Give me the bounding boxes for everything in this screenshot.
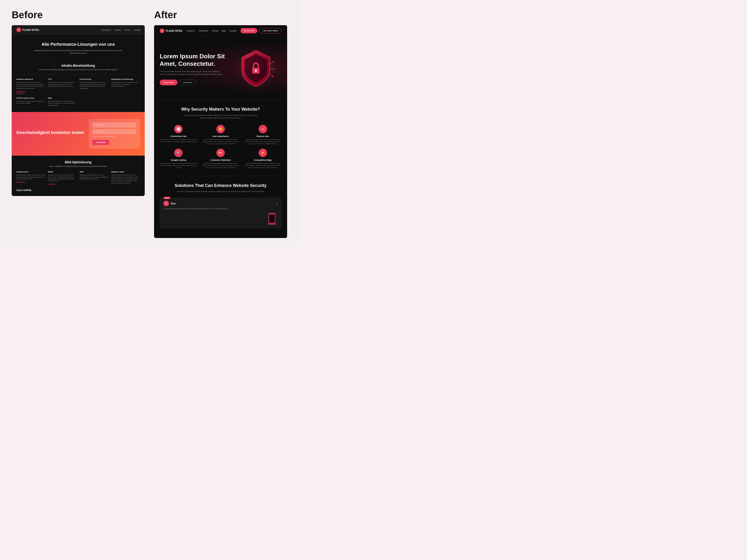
solutions-card: Spam 🛡 Dos ∧ By intercepting the network… xyxy=(160,197,282,229)
security-item-6: ⚡ Competitive Edge With AI-supported int… xyxy=(244,149,282,169)
dos-card-icon: 🛡 xyxy=(163,201,169,206)
spam-badge: Spam xyxy=(163,197,171,199)
svg-point-11 xyxy=(272,223,273,224)
before-grid-link2-1[interactable]: Live Testen xyxy=(16,92,45,94)
before-section2-sub: Starke, Intelligente und Effiziente Bild… xyxy=(16,165,140,167)
after-hero-desc: Lorem ipsum dolor sit amet, consectetur … xyxy=(160,70,225,76)
security-item-desc-2: With AI-supported intelligent security s… xyxy=(202,139,239,145)
security-item-3: ↩ Bounce rate With AI-supported intellig… xyxy=(244,125,282,145)
before-grid-item-1: Globales Netzwerk Das Netzwerks ist vert… xyxy=(16,78,45,94)
security-item-desc-1: By optimizing the loading of your websit… xyxy=(160,139,197,143)
spam-badge-container: Spam xyxy=(163,195,171,199)
after-content: ⚡ FLASH SITES Solutions Customers Pricin… xyxy=(154,25,287,238)
before-nav-links: Lösungen ▾ Kunden Preise Kontakt xyxy=(101,29,140,31)
after-hero-contact-button[interactable]: Contact us xyxy=(179,80,196,85)
after-hero-title: Lorem Ipsum Dolor Sit Amet, Consectetur. xyxy=(160,53,230,67)
solutions-card-left: 🛡 Dos xyxy=(163,201,176,206)
before-grid-desc-1: Das Netzwerks ist verteilt über die Welt… xyxy=(16,81,45,89)
before-logo-icon: ⚡ xyxy=(16,28,21,32)
before-s2-desc-2: Zusätzlich zur Komprimierung wird WebP-F… xyxy=(48,174,77,182)
google-ranking-icon: 🔍 xyxy=(174,149,183,157)
before-nav-item-1[interactable]: Lösungen ▾ xyxy=(101,29,111,31)
before-s2-desc-4: Passt das Laden der Bilder an, je nach N… xyxy=(111,174,140,184)
svg-rect-10 xyxy=(269,214,275,223)
after-logo-icon: ⚡ xyxy=(160,28,164,33)
after-hero-try-button[interactable]: Try for Free xyxy=(160,80,177,85)
before-section1-title: Inhalts-Bereitstellung xyxy=(16,64,140,68)
security-item-desc-4: By optimizing the loading of your websit… xyxy=(160,162,197,169)
after-nav-item-2[interactable]: Customers xyxy=(199,30,208,32)
before-grid-link1-1[interactable]: Mehr Erfahren xyxy=(16,90,45,92)
security-item-title-6: Competitive Edge xyxy=(244,159,282,161)
customer-retention-icon: 💝 xyxy=(216,149,225,157)
before-grid-title-3: Priorisierung xyxy=(80,78,108,80)
after-hero-shield xyxy=(230,46,282,92)
before-pink-section: Geschwindigkeit kostenlos testen Website… xyxy=(12,112,145,156)
before-grid-desc-6: Mit dem schnellsten und sichersten DNS-S… xyxy=(48,100,77,106)
after-logo: ⚡ FLASH SITES xyxy=(160,28,183,33)
after-hero-buttons: Try for Free Contact us xyxy=(160,80,230,85)
after-nav-under-attack-button[interactable]: I am under attack xyxy=(259,28,282,33)
after-nav-item-4[interactable]: Blog xyxy=(222,30,226,32)
before-nav-item-3[interactable]: Preise xyxy=(125,29,130,31)
before-section2-grid: Kompression Wir komprimieren Bilder auto… xyxy=(16,171,140,185)
security-item-desc-5: With AI-supported intelligent security s… xyxy=(202,162,239,169)
before-logo: ⚡ FLASH SITES xyxy=(16,28,39,32)
security-item-desc-3: With AI-supported intelligent security s… xyxy=(244,139,282,145)
before-form-submit[interactable]: ANFRAGEN xyxy=(93,140,109,145)
before-hero-title: Alle Performance-Lösungen von uns xyxy=(16,42,140,47)
before-grid-item-3: Priorisierung Mit der Priorisierung werd… xyxy=(80,78,108,94)
after-nav-item-3[interactable]: Pricing xyxy=(212,30,218,32)
before-label: Before xyxy=(12,9,145,21)
before-grid-item-4: Intelligentes Prefetching Lässt alle Res… xyxy=(111,78,140,94)
before-s2-title-4: Mobiles Laden xyxy=(111,171,140,173)
before-grid-item-5: HTTP/2 Server Push Ermöglicht das Senden… xyxy=(16,97,45,107)
before-lazy-loading: Lazy Loading xyxy=(16,189,140,191)
before-s2-link-2[interactable]: Live Testen xyxy=(48,183,77,185)
before-s2-title-1: Kompression xyxy=(16,171,45,173)
after-panel: After ⚡ FLASH SITES Solutions Customers … xyxy=(149,9,292,238)
phone-mockup-graphic xyxy=(266,213,278,225)
before-grid-item-2: TCP Optimierung des TCP-Netzwerkprotokol… xyxy=(48,78,77,94)
after-nav-links: Solutions Customers Pricing Blog Contact xyxy=(187,30,236,32)
after-hero-text: Lorem Ipsum Dolor Sit Amet, Consectetur.… xyxy=(160,53,230,85)
after-nav-try-free-button[interactable]: Try for Free xyxy=(240,28,257,33)
before-form-url[interactable]: Website URL xyxy=(93,123,136,127)
card-chevron-icon[interactable]: ∧ xyxy=(276,202,278,205)
before-nav-item-2[interactable]: Kunden xyxy=(114,29,121,31)
shield-graphic xyxy=(230,46,282,92)
after-label: After xyxy=(154,9,287,21)
dos-card-desc: By intercepting the network between the … xyxy=(163,208,257,210)
solutions-section-title: Solutions That Can Enhance Website Secur… xyxy=(160,183,282,188)
security-item-desc-6: With AI-supported intelligent security s… xyxy=(244,162,282,169)
before-s2-desc-3: Das Brandneue Bildformat ersetzt eine Ne… xyxy=(80,174,108,180)
before-s2-item-4: Mobiles Laden Passt das Laden der Bilder… xyxy=(111,171,140,185)
security-item-2: 😊 User experience With AI-supported inte… xyxy=(202,125,239,145)
before-grid-title-5: HTTP/2 Server Push xyxy=(16,97,45,99)
before-section1-sub: Durch unsere Inhaltsbereitstellung werde… xyxy=(16,69,140,71)
security-section-title: Why Security Matters To Your Website? xyxy=(160,107,282,112)
bounce-rate-icon: ↩ xyxy=(259,125,267,133)
before-section2: Bild-Optimierung Starke, Intelligente un… xyxy=(12,156,145,196)
before-content: ⚡ FLASH SITES Lösungen ▾ Kunden Preise K… xyxy=(12,25,145,196)
after-nav: ⚡ FLASH SITES Solutions Customers Pricin… xyxy=(154,25,287,36)
before-form: Website URL Email Adresse Ich stimme der… xyxy=(89,119,140,149)
user-experience-icon: 😊 xyxy=(216,125,225,133)
after-nav-item-1[interactable]: Solutions xyxy=(187,30,195,32)
solutions-card-header: 🛡 Dos ∧ xyxy=(163,201,278,206)
solutions-section-desc: First class performance solutions that h… xyxy=(176,190,265,193)
before-grid-desc-3: Mit der Priorisierung werden Ressourcen … xyxy=(80,81,108,89)
before-nav-item-4[interactable]: Kontakt xyxy=(134,29,140,31)
before-s2-item-3: AVIF Das Brandneue Bildformat ersetzt ei… xyxy=(80,171,108,185)
before-grid-title-4: Intelligentes Prefetching xyxy=(111,78,140,80)
security-item-5: 💝 Customer Retention With AI-supported i… xyxy=(202,149,239,169)
security-section-desc: Lorem ipsum dolor sit amet, consectetur … xyxy=(181,114,260,119)
security-item-title-4: Google ranking xyxy=(160,159,197,161)
before-logo-text: FLASH SITES xyxy=(22,28,39,31)
before-grid: Globales Netzwerk Das Netzwerks ist vert… xyxy=(12,78,145,112)
after-nav-item-5[interactable]: Contact xyxy=(229,30,236,32)
before-s2-link-1[interactable]: Mehr Erfahren xyxy=(16,181,45,183)
before-form-email[interactable]: Email Adresse xyxy=(93,129,136,134)
svg-point-2 xyxy=(255,70,257,72)
before-grid-desc-4: Lässt alle Ressourcen herunter die sich … xyxy=(111,81,140,87)
